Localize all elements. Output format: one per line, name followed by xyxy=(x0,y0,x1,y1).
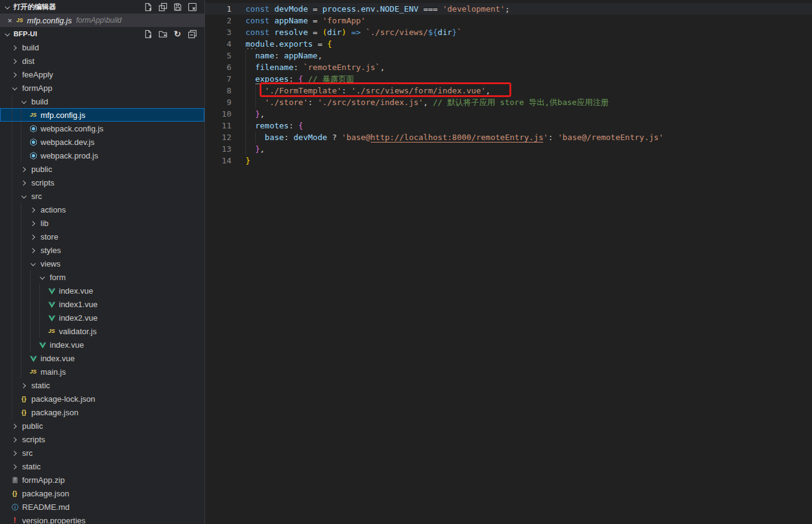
tree-item[interactable]: store xyxy=(0,230,204,243)
tree-item[interactable]: webpack.dev.js xyxy=(0,135,204,149)
tree-item[interactable]: README.md xyxy=(0,500,204,514)
open-editor-filepath: formApp\build xyxy=(76,16,122,25)
new-untitled-file-icon[interactable] xyxy=(142,1,154,13)
indent-guide xyxy=(39,297,47,311)
indent-guide xyxy=(30,324,37,338)
tree-item[interactable]: {}package.json xyxy=(0,405,204,419)
tree-item-label: actions xyxy=(41,205,66,214)
save-all-icon[interactable] xyxy=(171,1,184,13)
tree-item[interactable]: form xyxy=(0,270,204,284)
line-number: 12 xyxy=(205,131,231,143)
line-number: 6 xyxy=(205,61,231,73)
code-line[interactable]: 1const devMode = process.env.NODE_ENV ==… xyxy=(205,3,812,15)
tree-item-label: package.json xyxy=(31,408,79,417)
tree-item[interactable]: feeApply xyxy=(0,68,204,81)
close-icon[interactable]: × xyxy=(5,16,15,25)
code-line[interactable]: 5 name: appName, xyxy=(205,50,812,61)
line-number: 2 xyxy=(205,15,231,26)
indent-guide xyxy=(21,230,28,243)
indent-guide xyxy=(12,365,19,378)
tree-item[interactable]: index.vue xyxy=(0,284,204,297)
webpack-icon xyxy=(28,137,38,147)
line-number: 7 xyxy=(205,73,231,85)
code-line[interactable]: 14} xyxy=(205,155,812,166)
refresh-explorer-icon[interactable]: ↻ xyxy=(171,28,184,40)
code-line[interactable]: 10 }, xyxy=(205,108,812,120)
tree-item-label: package.json xyxy=(22,489,69,498)
code-line[interactable]: 9 './store': './src/store/index.js', // … xyxy=(205,96,812,108)
indent-guide xyxy=(12,311,19,324)
tree-item[interactable]: dist xyxy=(0,54,204,68)
chevron-right-icon xyxy=(28,205,38,214)
tree-item[interactable]: src xyxy=(0,189,204,203)
tree-item[interactable]: !version.properties xyxy=(0,514,204,524)
tree-item[interactable]: static xyxy=(0,378,204,392)
json-icon: {} xyxy=(10,488,20,498)
indent-guide xyxy=(21,203,28,216)
code-line[interactable]: 11 remotes: { xyxy=(205,120,812,131)
code-area[interactable]: 1const devMode = process.env.NODE_ENV ==… xyxy=(205,0,812,166)
tree-item[interactable]: scripts xyxy=(0,176,204,189)
code-line[interactable]: 2const appName = 'formApp' xyxy=(205,15,812,26)
indent-guide xyxy=(12,351,19,365)
tree-item[interactable]: JSmfp.config.js xyxy=(0,108,204,122)
tree-item[interactable]: index.vue xyxy=(0,338,204,351)
code-line[interactable]: 13 }, xyxy=(205,143,812,155)
tree-item[interactable]: static xyxy=(0,459,204,473)
tree-item[interactable]: {}package.json xyxy=(0,487,204,500)
tree-item[interactable]: styles xyxy=(0,243,204,257)
new-folder-icon[interactable] xyxy=(157,28,169,40)
vue-icon xyxy=(37,340,47,350)
tree-item[interactable]: index2.vue xyxy=(0,311,204,324)
vue-icon xyxy=(47,286,56,295)
tree-item[interactable]: index1.vue xyxy=(0,297,204,311)
tree-item-label: package-lock.json xyxy=(31,394,95,404)
indent-guide xyxy=(12,176,19,189)
code-line[interactable]: 8 './FormTemplate': './src/views/form/in… xyxy=(205,85,812,96)
project-section-header[interactable]: BFP-UI ↻ xyxy=(0,27,204,41)
indent-guide xyxy=(12,378,19,392)
editors-layout-icon[interactable] xyxy=(157,1,169,13)
indent-guide xyxy=(21,297,28,311)
code-line[interactable]: 12 base: devMode ? 'base@http://localhos… xyxy=(205,131,812,143)
code-line[interactable]: 6 filename: `remoteEntry.js`, xyxy=(205,61,812,73)
tree-item[interactable]: build xyxy=(0,41,204,54)
code-line[interactable]: 3const resolve = (dir) => `./src/views/$… xyxy=(205,26,812,38)
code-line-content: }, xyxy=(231,108,265,120)
code-line[interactable]: 4module.exports = { xyxy=(205,38,812,50)
new-file-icon[interactable] xyxy=(142,28,154,40)
tree-item[interactable]: index.vue xyxy=(0,351,204,365)
open-editor-filename: mfp.config.js xyxy=(27,16,72,25)
tree-item[interactable]: {}package-lock.json xyxy=(0,392,204,405)
tree-item[interactable]: webpack.config.js xyxy=(0,122,204,135)
explorer-sidebar: 打开的编辑器 × JS mfp.config.js formApp\build … xyxy=(0,0,205,524)
tree-item-label: scripts xyxy=(31,178,55,187)
tree-item[interactable]: public xyxy=(0,419,204,432)
tree-item[interactable]: actions xyxy=(0,203,204,216)
tree-item[interactable]: public xyxy=(0,162,204,176)
chevron-down-icon xyxy=(37,272,47,282)
open-editors-section-header[interactable]: 打开的编辑器 xyxy=(0,0,204,14)
code-line[interactable]: 7 exposes: { // 暴露页面 xyxy=(205,73,812,85)
indent-guide xyxy=(21,122,28,135)
tree-item[interactable]: JSmain.js xyxy=(0,365,204,378)
tree-item-label: webpack.dev.js xyxy=(41,138,95,147)
vue-icon xyxy=(47,313,56,323)
collapse-folders-icon[interactable] xyxy=(186,28,198,40)
tree-item[interactable]: src xyxy=(0,446,204,459)
tree-item[interactable]: views xyxy=(0,257,204,270)
tree-item[interactable]: formApp.zip xyxy=(0,473,204,487)
close-all-editors-icon[interactable] xyxy=(186,1,198,13)
tree-item[interactable]: formApp xyxy=(0,81,204,95)
indent-guide xyxy=(39,311,47,324)
indent-guide xyxy=(30,338,37,351)
tree-item[interactable]: scripts xyxy=(0,432,204,446)
tree-item[interactable]: JSvalidator.js xyxy=(0,324,204,338)
open-editor-item[interactable]: × JS mfp.config.js formApp\build xyxy=(0,14,204,27)
indent-guide xyxy=(21,108,28,122)
tree-item[interactable]: webpack.prod.js xyxy=(0,149,204,162)
tree-item[interactable]: build xyxy=(0,95,204,108)
tree-item[interactable]: lib xyxy=(0,216,204,230)
code-editor[interactable]: 1const devMode = process.env.NODE_ENV ==… xyxy=(205,0,812,524)
indent-guide xyxy=(30,297,37,311)
